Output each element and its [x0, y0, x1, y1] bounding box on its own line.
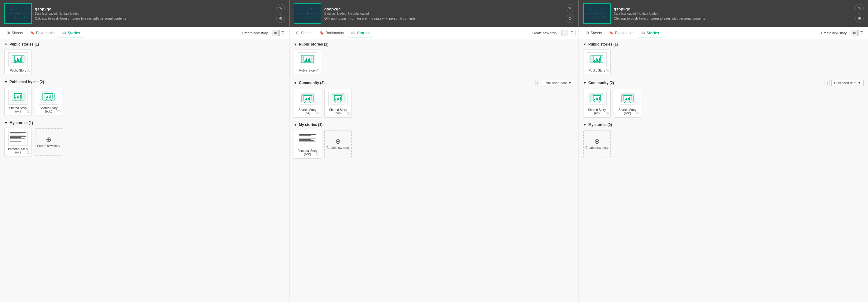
tab-stories[interactable]: 📖Stories	[637, 28, 662, 38]
info-icon[interactable]: ⓘ	[606, 69, 609, 73]
create-new-story-card[interactable]: ⊕ Create new story	[583, 130, 611, 157]
svg-point-50	[304, 17, 305, 18]
stories-content: ▼ Public stories (1) Public Story ⓘ	[289, 39, 579, 302]
story-thumbnail	[587, 52, 607, 67]
settings-button[interactable]: ⚙	[855, 14, 864, 23]
section-toggle[interactable]: ▼	[583, 42, 587, 46]
app-description: Qlik app to push from on prem to saas wi…	[324, 17, 563, 20]
story-card[interactable]: Public Story ⓘ	[4, 50, 32, 75]
edit-button[interactable]: ✎	[276, 4, 285, 12]
section-title: Public stories (1)	[588, 42, 618, 47]
tab-sheets[interactable]: ⊞Sheets	[292, 28, 316, 38]
items-grid: Personal Story (bob) ⓘ ⊕ Create new stor…	[294, 130, 574, 159]
section-toggle[interactable]: ▼	[583, 123, 587, 126]
info-icon[interactable]: ⓘ	[316, 153, 319, 157]
story-card[interactable]: Personal Story (rvr) ⓘ	[4, 128, 32, 157]
grid-view-button[interactable]: ⊞	[272, 30, 279, 36]
section-published: ▼ Published by me (2) Shared Story (rvr)…	[4, 80, 285, 116]
story-card[interactable]: Shared Story (bob) ⓘ	[324, 89, 352, 118]
story-card[interactable]: Public Story ⓘ	[294, 50, 321, 75]
section-toggle[interactable]: ▼	[4, 121, 8, 125]
create-plus-icon: ⊕	[335, 138, 341, 145]
tab-bookmarks[interactable]: 🔖Bookmarks	[316, 28, 347, 38]
section-toggle[interactable]: ▼	[294, 123, 297, 126]
svg-rect-76	[337, 98, 338, 100]
create-new-story-card[interactable]: ⊕ Create new story	[35, 128, 62, 156]
grid-view-button[interactable]: ⊞	[561, 30, 568, 36]
story-thumbnail	[8, 90, 28, 104]
svg-point-47	[301, 9, 301, 10]
svg-point-48	[307, 13, 308, 14]
info-icon[interactable]: ⓘ	[347, 112, 350, 116]
svg-rect-77	[338, 98, 339, 100]
tab-sheets[interactable]: ⊞Sheets	[3, 28, 27, 38]
section-toggle[interactable]: ▼	[4, 42, 8, 46]
create-story-button[interactable]: Create new story	[240, 30, 270, 36]
info-icon[interactable]: ⓘ	[606, 112, 609, 116]
tab-stories[interactable]: 📖Stories	[347, 28, 373, 38]
settings-button[interactable]: ⚙	[566, 14, 574, 23]
section-toggle[interactable]: ▼	[294, 81, 297, 85]
info-icon[interactable]: ⓘ	[27, 69, 30, 73]
svg-rect-107	[596, 98, 597, 100]
items-grid: Shared Story (rvr) ⓘ Shared Story (bob)	[4, 87, 285, 116]
tab-bookmarks[interactable]: 🔖Bookmarks	[27, 28, 58, 38]
story-label: Shared Story (bob)	[38, 107, 60, 113]
story-card[interactable]: Shared Story (rvr) ⓘ	[4, 87, 32, 116]
section-sort-area: ↕ Published date ▼	[825, 80, 864, 86]
story-card[interactable]: Personal Story (bob) ⓘ	[294, 130, 321, 159]
svg-rect-119	[629, 97, 630, 100]
story-card[interactable]: Shared Story (rvr) ⓘ	[294, 89, 321, 118]
info-icon[interactable]: ⓘ	[27, 110, 30, 114]
grid-view-button[interactable]: ⊞	[851, 30, 858, 36]
story-label: Personal Story (bob)	[297, 149, 318, 156]
edit-button[interactable]: ✎	[566, 4, 574, 12]
app-info: qsop2qc Data last loaded: No data loaded…	[321, 7, 566, 20]
svg-rect-36	[49, 97, 50, 98]
story-card[interactable]: Shared Story (rvr) ⓘ	[583, 89, 611, 118]
info-icon[interactable]: ⓘ	[316, 69, 319, 73]
create-story-button[interactable]: Create new story	[529, 30, 560, 36]
create-new-story-card[interactable]: ⊕ Create new story	[324, 130, 352, 157]
svg-rect-55	[305, 60, 306, 61]
panel-2: qsop2qc Data last loaded: No data loaded…	[289, 0, 579, 302]
svg-rect-26	[18, 97, 19, 98]
list-view-button[interactable]: ☰	[569, 30, 576, 36]
items-grid: Shared Story (rvr) ⓘ Shared Story (bob)	[294, 89, 574, 118]
tab-bookmarks[interactable]: 🔖Bookmarks	[606, 28, 637, 38]
svg-point-49	[314, 17, 314, 18]
story-label: Public Story	[299, 69, 315, 72]
create-story-button[interactable]: Create new story	[819, 30, 849, 36]
list-view-button[interactable]: ☰	[279, 30, 286, 36]
svg-rect-99	[599, 58, 600, 61]
story-card[interactable]: Public Story ⓘ	[583, 50, 611, 75]
create-plus-icon: ⊕	[594, 138, 600, 145]
svg-rect-109	[599, 97, 600, 100]
tab-sheets[interactable]: ⊞Sheets	[582, 28, 606, 38]
edit-button[interactable]: ✎	[855, 4, 864, 12]
section-header: ▼ My stories (1)	[4, 121, 285, 125]
info-icon[interactable]: ⓘ	[58, 110, 61, 114]
app-subtitle: Data last loaded: No data loaded	[614, 12, 852, 15]
sort-button[interactable]: Published date ▼	[831, 80, 864, 86]
info-icon[interactable]: ⓘ	[27, 151, 30, 155]
section-header: ▼ Public stories (1)	[4, 42, 285, 47]
sort-button[interactable]: Published date ▼	[542, 80, 574, 86]
header-actions: ✎ ⚙	[855, 4, 864, 23]
info-icon[interactable]: ⓘ	[636, 112, 640, 116]
stories-content: ▼ Public stories (1) Public Story ⓘ	[579, 39, 868, 302]
section-toggle[interactable]: ▼	[294, 42, 297, 46]
list-view-button[interactable]: ☰	[858, 30, 865, 36]
section-toggle[interactable]: ▼	[583, 81, 587, 85]
items-grid: Shared Story (rvr) ⓘ Shared Story (bob)	[583, 89, 864, 118]
app-header: qsop2qc Data last loaded: No data loaded…	[0, 0, 289, 27]
info-icon[interactable]: ⓘ	[316, 112, 319, 116]
story-card[interactable]: Shared Story (bob) ⓘ	[35, 87, 62, 116]
svg-point-6	[11, 9, 12, 10]
settings-button[interactable]: ⚙	[276, 14, 285, 23]
svg-rect-34	[46, 97, 47, 98]
tab-stories[interactable]: 📖Stories	[58, 28, 84, 38]
story-card[interactable]: Shared Story (bob) ⓘ	[614, 89, 641, 118]
tab-label: Stories	[357, 31, 370, 35]
section-toggle[interactable]: ▼	[4, 80, 8, 84]
